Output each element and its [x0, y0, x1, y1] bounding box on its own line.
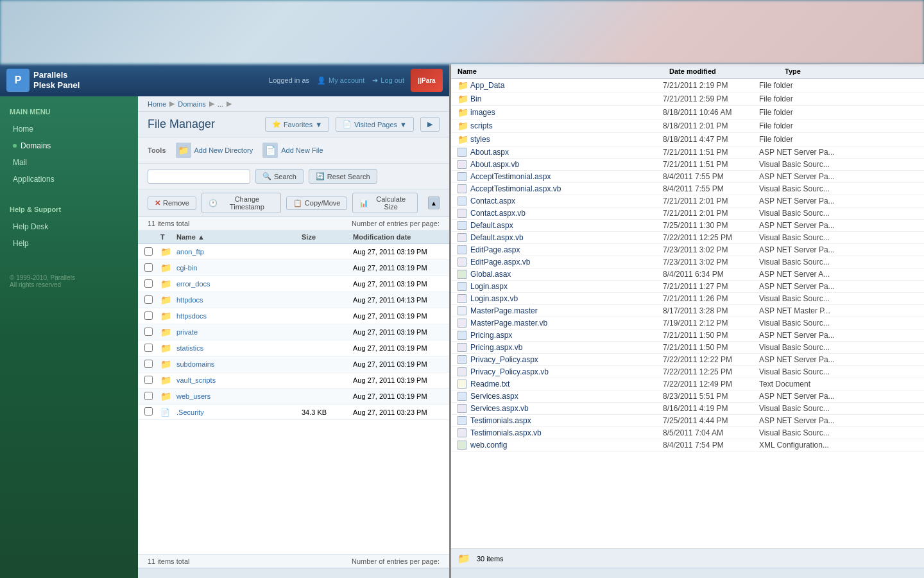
- sidebar-item-mail[interactable]: Mail: [0, 154, 138, 171]
- fm-scrollbar[interactable]: [138, 568, 449, 578]
- file-name[interactable]: Contact.aspx.vb: [470, 209, 663, 218]
- file-name[interactable]: Readme.txt: [470, 380, 663, 389]
- file-name[interactable]: Services.aspx.vb: [470, 404, 663, 413]
- file-name[interactable]: MasterPage.master: [470, 306, 663, 315]
- file-name[interactable]: Pricing.aspx.vb: [470, 343, 663, 352]
- file-name[interactable]: subdomains: [176, 360, 302, 368]
- file-name[interactable]: EditPage.aspx: [470, 245, 663, 254]
- sidebar-item-home[interactable]: Home: [0, 121, 138, 137]
- file-checkbox[interactable]: [144, 311, 153, 320]
- file-checkbox[interactable]: [144, 407, 153, 416]
- file-name[interactable]: About.aspx: [470, 148, 663, 157]
- file-checkbox[interactable]: [144, 263, 153, 272]
- visited-icon: 📄: [343, 120, 352, 128]
- file-name[interactable]: MasterPage.master.vb: [470, 319, 663, 328]
- list-item: 📁 Bin 7/21/2011 2:59 PM File folder: [451, 92, 924, 106]
- visited-pages-button[interactable]: 📄 Visited Pages ▼: [336, 117, 414, 132]
- file-name[interactable]: images: [470, 108, 663, 117]
- explorer-col-type[interactable]: Type: [785, 67, 801, 75]
- fm-actions-bar: ✕ Remove 🕐 Change Timestamp 📋 Copy/Move …: [138, 189, 449, 217]
- file-name[interactable]: Bin: [470, 94, 663, 103]
- favorites-button[interactable]: ⭐ Favorites ▼: [265, 117, 329, 132]
- file-checkbox[interactable]: [144, 360, 153, 368]
- file-name[interactable]: web_users: [176, 392, 302, 400]
- list-item: Login.aspx.vb 7/21/2011 1:26 PM Visual B…: [451, 293, 924, 305]
- file-name[interactable]: Contact.aspx: [470, 197, 663, 206]
- account-link[interactable]: 👤 My account: [317, 76, 364, 85]
- file-checkbox[interactable]: [144, 344, 153, 352]
- search-button[interactable]: 🔍 Search: [255, 169, 304, 184]
- file-name[interactable]: Services.aspx: [470, 392, 663, 401]
- file-name[interactable]: Privacy_Policy.aspx.vb: [470, 367, 663, 376]
- explorer-col-name[interactable]: Name: [458, 67, 656, 75]
- file-name[interactable]: Global.asax: [470, 270, 663, 279]
- add-file-tool[interactable]: 📄 Add New File: [262, 143, 323, 158]
- file-name[interactable]: Default.aspx.vb: [470, 233, 663, 242]
- explorer-scrollbar-h[interactable]: [451, 568, 924, 578]
- sidebar-item-applications[interactable]: Applications: [0, 171, 138, 188]
- file-name[interactable]: private: [176, 328, 302, 336]
- table-row: 📁 vault_scripts Aug 27, 2011 03:19 PM: [138, 372, 449, 389]
- file-type: File folder: [759, 135, 887, 144]
- sidebar-item-domains[interactable]: Domains: [0, 137, 138, 154]
- file-checkbox[interactable]: [144, 328, 153, 336]
- file-checkbox[interactable]: [144, 247, 153, 256]
- file-name[interactable]: App_Data: [470, 81, 663, 90]
- file-name[interactable]: Login.aspx.vb: [470, 294, 663, 303]
- file-date: 8/18/2011 2:01 PM: [663, 121, 759, 130]
- file-name[interactable]: AcceptTestimonial.aspx.vb: [470, 184, 663, 193]
- file-name[interactable]: .Security: [176, 408, 302, 416]
- file-name[interactable]: Privacy_Policy.aspx: [470, 355, 663, 364]
- copy-move-button[interactable]: 📋 Copy/Move: [286, 197, 348, 210]
- file-name[interactable]: Default.aspx: [470, 221, 663, 230]
- search-input[interactable]: [148, 170, 250, 184]
- remove-button[interactable]: ✕ Remove: [148, 197, 196, 210]
- file-name[interactable]: error_docs: [176, 280, 302, 288]
- list-item: Privacy_Policy.aspx.vb 7/22/2011 12:25 P…: [451, 366, 924, 378]
- file-icon: [458, 319, 466, 328]
- file-checkbox[interactable]: [144, 279, 153, 288]
- file-name[interactable]: Login.aspx: [470, 282, 663, 291]
- reset-search-button[interactable]: 🔄 Reset Search: [309, 169, 377, 184]
- folder-icon: 📁: [458, 134, 470, 144]
- file-name[interactable]: cgi-bin: [176, 264, 302, 272]
- add-directory-tool[interactable]: 📁 Add New Directory: [176, 143, 253, 158]
- file-date: Aug 27, 2011 03:19 PM: [353, 328, 443, 336]
- fm-search-bar: 🔍 Search 🔄 Reset Search: [138, 164, 449, 189]
- file-name[interactable]: AcceptTestimonial.aspx: [470, 172, 663, 181]
- table-row: 📁 httpdocs Aug 27, 2011 04:13 PM: [138, 292, 449, 308]
- explorer-col-date[interactable]: Date modified: [669, 67, 772, 75]
- file-type: Visual Basic Sourc...: [759, 233, 887, 242]
- sidebar-item-helpdesk[interactable]: Help Desk: [0, 218, 138, 235]
- file-name[interactable]: scripts: [470, 121, 663, 130]
- file-name[interactable]: web.config: [470, 441, 663, 450]
- file-name[interactable]: httpsdocs: [176, 312, 302, 320]
- breadcrumb-home[interactable]: Home: [148, 100, 166, 108]
- more-button[interactable]: ▶: [420, 117, 440, 132]
- breadcrumb-domains[interactable]: Domains: [178, 100, 205, 108]
- file-name[interactable]: Testimonials.aspx: [470, 416, 663, 425]
- file-name[interactable]: anon_ftp: [176, 248, 302, 256]
- change-timestamp-button[interactable]: 🕐 Change Timestamp: [201, 193, 281, 213]
- list-item: Testimonials.aspx 7/25/2011 4:44 PM ASP …: [451, 415, 924, 427]
- folder-icon: 📁: [458, 80, 470, 91]
- sidebar-item-help[interactable]: Help: [0, 235, 138, 252]
- col-name[interactable]: Name ▲: [176, 233, 302, 241]
- file-checkbox[interactable]: [144, 295, 153, 304]
- file-name[interactable]: EditPage.aspx.vb: [470, 258, 663, 267]
- calculate-size-button[interactable]: 📊 Calculate Size: [352, 193, 417, 213]
- nav-section-title: Main Menu: [0, 103, 138, 121]
- file-checkbox[interactable]: [144, 376, 153, 384]
- file-type: File folder: [759, 121, 887, 130]
- file-name[interactable]: styles: [470, 135, 663, 144]
- file-name[interactable]: statistics: [176, 344, 302, 352]
- fm-info-bar-top: 11 items total Number of entries per pag…: [138, 217, 449, 231]
- file-name[interactable]: Testimonials.aspx.vb: [470, 428, 663, 437]
- file-name[interactable]: vault_scripts: [176, 376, 302, 384]
- collapse-button[interactable]: ▲: [428, 197, 440, 209]
- logout-link[interactable]: ➜ Log out: [372, 76, 404, 85]
- file-name[interactable]: About.aspx.vb: [470, 160, 663, 169]
- file-checkbox[interactable]: [144, 392, 153, 400]
- file-name[interactable]: Pricing.aspx: [470, 331, 663, 340]
- file-name[interactable]: httpdocs: [176, 296, 302, 304]
